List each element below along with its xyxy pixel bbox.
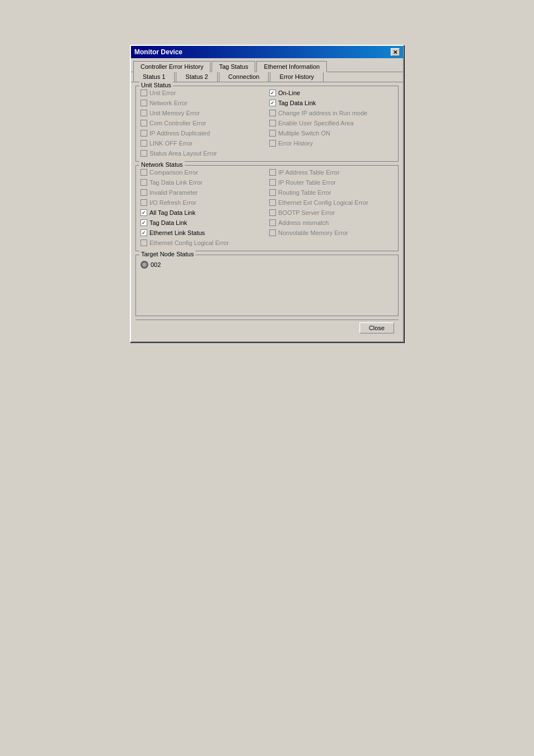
io-refresh-error-checkbox[interactable] bbox=[140, 199, 147, 206]
unit-error-label: Unit Error bbox=[149, 90, 176, 96]
bootp-server-error-checkbox[interactable] bbox=[269, 209, 276, 216]
change-ip-row: Change IP address in Run mode bbox=[269, 109, 394, 118]
unit-status-columns: Unit Error Network Error Unit Memory Err… bbox=[140, 88, 394, 158]
title-bar-buttons: ✕ bbox=[391, 48, 400, 56]
change-ip-checkbox[interactable] bbox=[269, 110, 276, 116]
target-node-title: Target Node Status bbox=[139, 251, 195, 257]
tag-data-link-net-row: Tag Data Link bbox=[140, 218, 265, 227]
tab-status2[interactable]: Status 2 bbox=[176, 72, 217, 82]
multiple-switch-on-row: Multiple Switch ON bbox=[269, 129, 394, 138]
network-status-title: Network Status bbox=[139, 161, 185, 168]
dialog-body: Unit Status Unit Error Network Error Uni… bbox=[131, 82, 403, 341]
address-mismatch-checkbox[interactable] bbox=[269, 219, 276, 226]
network-status-right: IP Address Table Error IP Router Table E… bbox=[269, 168, 394, 247]
network-status-group: Network Status Comparison Error Tag Data… bbox=[135, 165, 399, 251]
tab-status1[interactable]: Status 1 bbox=[133, 72, 175, 82]
address-mismatch-row: Address mismatch bbox=[269, 218, 394, 227]
ethernet-ext-config-label: Ethernet Ext Config Logical Error bbox=[278, 199, 368, 206]
ip-address-table-error-label: IP Address Table Error bbox=[278, 169, 340, 176]
tab-tag-status[interactable]: Tag Status bbox=[212, 61, 255, 72]
enable-user-specified-row: Enable User Specified Area bbox=[269, 119, 394, 128]
error-history-unit-row: Error History bbox=[269, 139, 394, 148]
title-bar: Monitor Device ✕ bbox=[131, 46, 403, 58]
com-controller-error-row: Com Controller Error bbox=[140, 119, 265, 128]
enable-user-specified-checkbox[interactable] bbox=[269, 120, 276, 126]
enable-user-specified-label: Enable User Specified Area bbox=[278, 120, 354, 126]
close-button[interactable]: Close bbox=[359, 322, 394, 334]
top-tab-row: Controller Error History Tag Status Ethe… bbox=[131, 58, 403, 72]
io-refresh-error-row: I/O Refresh Error bbox=[140, 198, 265, 207]
tab-error-history[interactable]: Error History bbox=[270, 72, 324, 82]
unit-memory-error-checkbox[interactable] bbox=[140, 110, 147, 116]
nonvolatile-memory-error-row: Nonvolatile Memory Error bbox=[269, 228, 394, 237]
network-status-columns: Comparison Error Tag Data Link Error Inv… bbox=[140, 168, 394, 247]
ethernet-config-logical-error-label: Ethernet Config Logical Error bbox=[149, 240, 229, 246]
ip-address-duplicated-row: IP Address Duplicated bbox=[140, 129, 265, 138]
multiple-switch-on-checkbox[interactable] bbox=[269, 130, 276, 137]
node-icon-inner bbox=[142, 262, 147, 267]
error-history-unit-label: Error History bbox=[278, 140, 313, 147]
sub-tab-row: Status 1 Status 2 Connection Error Histo… bbox=[131, 72, 403, 82]
bootp-server-error-label: BOOTP Server Error bbox=[278, 209, 335, 216]
nonvolatile-memory-error-checkbox[interactable] bbox=[269, 229, 276, 236]
ethernet-link-status-label: Ethernet Link Status bbox=[149, 229, 205, 236]
ip-address-duplicated-checkbox[interactable] bbox=[140, 130, 147, 137]
network-error-checkbox[interactable] bbox=[140, 100, 147, 106]
bottom-bar: Close bbox=[135, 320, 399, 337]
routing-table-error-row: Routing Table Error bbox=[269, 188, 394, 197]
comparison-error-checkbox[interactable] bbox=[140, 169, 147, 176]
ip-router-table-error-checkbox[interactable] bbox=[269, 179, 276, 186]
ip-router-table-error-label: IP Router Table Error bbox=[278, 179, 336, 186]
link-off-error-row: LINK OFF Error bbox=[140, 139, 265, 148]
ethernet-config-logical-error-checkbox[interactable] bbox=[140, 240, 147, 246]
nonvolatile-memory-error-label: Nonvolatile Memory Error bbox=[278, 229, 348, 236]
node-item: 002 bbox=[140, 261, 394, 269]
node-status-icon bbox=[140, 261, 148, 269]
multiple-switch-on-label: Multiple Switch ON bbox=[278, 130, 330, 137]
unit-status-right: On-Line Tag Data Link Change IP address … bbox=[269, 88, 394, 158]
tag-data-link-error-checkbox[interactable] bbox=[140, 179, 147, 186]
unit-memory-error-row: Unit Memory Error bbox=[140, 109, 265, 118]
invalid-parameter-checkbox[interactable] bbox=[140, 189, 147, 196]
unit-memory-error-label: Unit Memory Error bbox=[149, 110, 200, 116]
ethernet-config-logical-error-row: Ethernet Config Logical Error bbox=[140, 238, 265, 247]
ethernet-link-status-row: Ethernet Link Status bbox=[140, 228, 265, 237]
tag-data-link-error-label: Tag Data Link Error bbox=[149, 179, 203, 186]
tag-data-link-unit-checkbox[interactable] bbox=[269, 100, 276, 106]
unit-status-group: Unit Status Unit Error Network Error Uni… bbox=[135, 86, 399, 162]
tab-controller-error-history[interactable]: Controller Error History bbox=[133, 61, 210, 72]
ip-address-table-error-checkbox[interactable] bbox=[269, 169, 276, 176]
ethernet-ext-config-checkbox[interactable] bbox=[269, 199, 276, 206]
unit-error-row: Unit Error bbox=[140, 88, 265, 97]
invalid-parameter-row: Invalid Parameter bbox=[140, 188, 265, 197]
online-row: On-Line bbox=[269, 88, 394, 97]
target-node-group: Target Node Status 002 bbox=[135, 255, 399, 316]
com-controller-error-checkbox[interactable] bbox=[140, 120, 147, 126]
unit-error-checkbox[interactable] bbox=[140, 90, 147, 96]
close-title-button[interactable]: ✕ bbox=[391, 48, 400, 56]
unit-status-title: Unit Status bbox=[139, 82, 173, 88]
tab-connection[interactable]: Connection bbox=[219, 72, 269, 82]
tag-data-link-net-checkbox[interactable] bbox=[140, 219, 147, 226]
status-area-layout-error-row: Status Area Layout Error bbox=[140, 149, 265, 158]
ip-address-duplicated-label: IP Address Duplicated bbox=[149, 130, 210, 137]
online-label: On-Line bbox=[278, 90, 300, 96]
monitor-device-dialog: Monitor Device ✕ Controller Error Histor… bbox=[130, 45, 404, 342]
node-id-label: 002 bbox=[151, 261, 161, 268]
error-history-unit-checkbox[interactable] bbox=[269, 140, 276, 147]
comparison-error-label: Comparison Error bbox=[149, 169, 198, 176]
bootp-server-error-row: BOOTP Server Error bbox=[269, 208, 394, 217]
all-tag-data-link-checkbox[interactable] bbox=[140, 209, 147, 216]
change-ip-label: Change IP address in Run mode bbox=[278, 110, 367, 116]
all-tag-data-link-label: All Tag Data Link bbox=[149, 209, 195, 216]
tag-data-link-error-row: Tag Data Link Error bbox=[140, 178, 265, 187]
status-area-layout-error-checkbox[interactable] bbox=[140, 150, 147, 157]
tab-ethernet-information[interactable]: Ethernet Information bbox=[256, 61, 327, 72]
link-off-error-checkbox[interactable] bbox=[140, 140, 147, 147]
routing-table-error-checkbox[interactable] bbox=[269, 189, 276, 196]
ethernet-link-status-checkbox[interactable] bbox=[140, 229, 147, 236]
tag-data-link-unit-row: Tag Data Link bbox=[269, 98, 394, 107]
tag-data-link-net-label: Tag Data Link bbox=[149, 219, 187, 226]
online-checkbox[interactable] bbox=[269, 90, 276, 96]
invalid-parameter-label: Invalid Parameter bbox=[149, 189, 198, 196]
